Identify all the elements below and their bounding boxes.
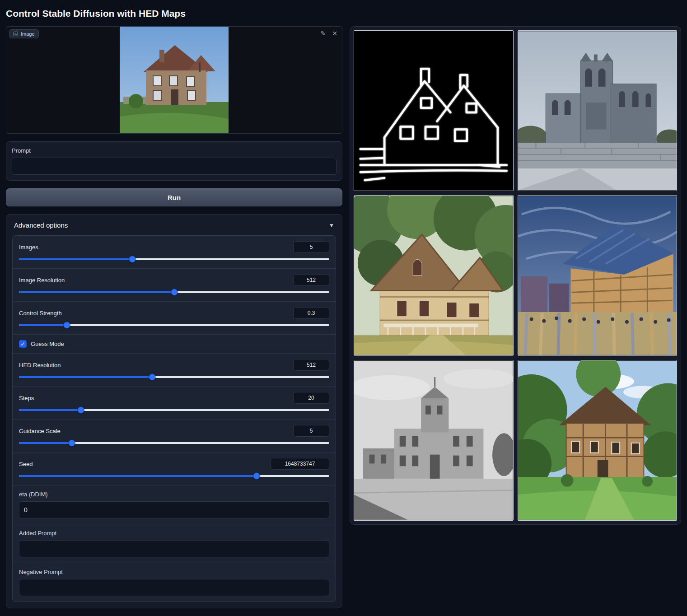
control-strength-row: Control Strength	[13, 302, 336, 335]
eta-input[interactable]	[19, 501, 329, 518]
seed-row: Seed	[13, 453, 336, 485]
added-prompt-row: Added Prompt	[13, 524, 336, 563]
hed-resolution-label: HED Resolution	[19, 362, 61, 369]
images-slider-handle[interactable]	[129, 256, 136, 263]
hed-resolution-slider-handle[interactable]	[149, 374, 156, 381]
gallery-item-timber-house[interactable]	[518, 360, 678, 521]
seed-slider[interactable]	[19, 472, 329, 480]
negative-prompt-row: Negative Prompt	[13, 563, 336, 602]
castle-image	[518, 31, 677, 191]
gallery-item-grayscale-building[interactable]	[354, 360, 514, 521]
result-gallery	[350, 26, 681, 525]
page-title: Control Stable Diffusion with HED Maps	[6, 5, 681, 26]
guidance-scale-slider[interactable]	[19, 439, 329, 447]
steps-label: Steps	[19, 395, 34, 401]
gallery-item-ornate-house[interactable]	[354, 195, 514, 356]
control-strength-slider-handle[interactable]	[64, 322, 70, 329]
grayscale-building-image	[354, 360, 513, 520]
steps-slider-handle[interactable]	[78, 407, 84, 414]
app: Control Stable Diffusion with HED Maps I…	[0, 0, 687, 615]
prompt-label: Prompt	[12, 147, 336, 154]
guess-mode-label: Guess Mode	[31, 341, 64, 347]
added-prompt-input[interactable]	[19, 540, 329, 557]
results-column	[350, 26, 681, 525]
run-button[interactable]: Run	[6, 188, 342, 206]
control-strength-label: Control Strength	[19, 310, 62, 317]
image-resolution-value-input[interactable]	[293, 274, 329, 286]
negative-prompt-input[interactable]	[19, 579, 329, 596]
images-slider[interactable]	[19, 256, 329, 263]
steps-value-input[interactable]	[293, 392, 329, 404]
images-row: Images	[13, 236, 336, 269]
advanced-options-form: Images Image Resolution	[12, 235, 336, 602]
gallery-item-castle[interactable]	[518, 30, 678, 191]
hed-resolution-value-input[interactable]	[293, 359, 329, 371]
impressionist-image	[518, 196, 677, 355]
hed-resolution-slider[interactable]	[19, 373, 329, 381]
advanced-options-panel: Advanced options ▼ Images	[6, 214, 342, 608]
controls-column: Image ✎ ✕	[6, 26, 342, 608]
guess-mode-checkbox[interactable]: ✓	[19, 340, 27, 348]
images-value-input[interactable]	[293, 241, 329, 253]
added-prompt-label: Added Prompt	[19, 530, 329, 537]
images-label: Images	[19, 244, 38, 251]
timber-house-image	[518, 360, 677, 520]
prompt-input[interactable]	[12, 158, 336, 175]
guess-mode-row[interactable]: ✓ Guess Mode	[13, 335, 336, 354]
eta-row: eta (DDIM)	[13, 485, 336, 524]
control-strength-value-input[interactable]	[293, 307, 329, 319]
image-resolution-row: Image Resolution	[13, 269, 336, 302]
guidance-scale-slider-handle[interactable]	[68, 440, 75, 447]
gallery-item-impressionist[interactable]	[518, 195, 678, 356]
hed-map-image	[354, 31, 513, 191]
seed-value-input[interactable]	[271, 458, 329, 470]
seed-label: Seed	[19, 461, 33, 467]
image-icon	[13, 31, 19, 37]
advanced-options-title: Advanced options	[14, 221, 68, 229]
hed-resolution-row: HED Resolution	[13, 354, 336, 387]
image-input-label: Image	[9, 29, 39, 38]
image-resolution-slider[interactable]	[19, 289, 329, 296]
guidance-scale-row: Guidance Scale	[13, 420, 336, 453]
clear-image-icon[interactable]: ✕	[331, 29, 338, 37]
ornate-house-image	[354, 196, 513, 355]
guidance-scale-value-input[interactable]	[293, 425, 329, 437]
chevron-down-icon: ▼	[329, 222, 334, 229]
eta-label: eta (DDIM)	[19, 491, 329, 498]
guidance-scale-label: Guidance Scale	[19, 428, 61, 434]
uploaded-house-photo	[120, 26, 229, 134]
image-input[interactable]: Image ✎ ✕	[6, 26, 342, 134]
edit-image-icon[interactable]: ✎	[320, 29, 327, 37]
image-resolution-label: Image Resolution	[19, 277, 65, 284]
seed-slider-handle[interactable]	[253, 473, 260, 480]
negative-prompt-label: Negative Prompt	[19, 569, 329, 575]
advanced-options-accordion[interactable]: Advanced options ▼	[12, 220, 336, 235]
steps-row: Steps	[13, 387, 336, 420]
image-resolution-slider-handle[interactable]	[171, 289, 178, 296]
prompt-panel: Prompt	[6, 141, 342, 181]
gallery-item-hed-map[interactable]	[354, 30, 514, 191]
control-strength-slider[interactable]	[19, 322, 329, 329]
steps-slider[interactable]	[19, 406, 329, 414]
